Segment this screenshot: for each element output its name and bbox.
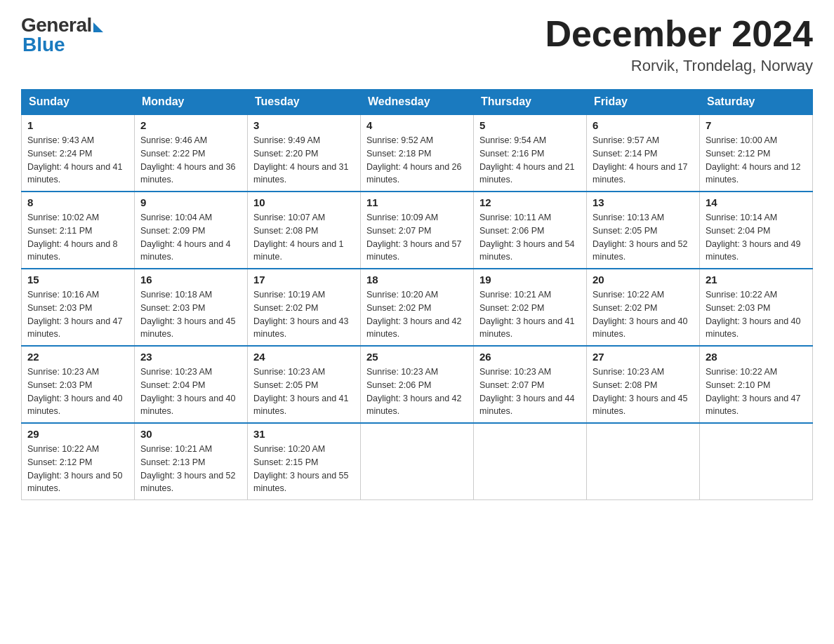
header-friday: Friday bbox=[587, 90, 700, 115]
day-number: 29 bbox=[27, 428, 128, 440]
day-info: Sunrise: 10:22 AM Sunset: 2:10 PM Daylig… bbox=[706, 365, 807, 418]
calendar-cell: 3 Sunrise: 9:49 AM Sunset: 2:20 PM Dayli… bbox=[248, 114, 361, 192]
sunrise-label: Sunrise: 10:22 AM bbox=[706, 367, 777, 377]
day-number: 1 bbox=[27, 119, 128, 131]
sunrise-label: Sunrise: 9:49 AM bbox=[253, 135, 320, 145]
sunset-label: Sunset: 2:03 PM bbox=[27, 380, 92, 390]
header-saturday: Saturday bbox=[700, 90, 813, 115]
calendar-cell: 4 Sunrise: 9:52 AM Sunset: 2:18 PM Dayli… bbox=[361, 114, 474, 192]
daylight-label: Daylight: 3 hours and 40 minutes. bbox=[593, 316, 688, 340]
sunset-label: Sunset: 2:06 PM bbox=[479, 226, 544, 236]
sunset-label: Sunset: 2:22 PM bbox=[140, 149, 205, 159]
day-info: Sunrise: 9:52 AM Sunset: 2:18 PM Dayligh… bbox=[366, 134, 468, 187]
sunset-label: Sunset: 2:12 PM bbox=[27, 457, 92, 467]
calendar-cell: 7 Sunrise: 10:00 AM Sunset: 2:12 PM Dayl… bbox=[700, 114, 813, 192]
header-monday: Monday bbox=[135, 90, 248, 115]
calendar-cell: 10 Sunrise: 10:07 AM Sunset: 2:08 PM Day… bbox=[248, 192, 361, 269]
day-info: Sunrise: 9:46 AM Sunset: 2:22 PM Dayligh… bbox=[140, 134, 241, 187]
calendar-cell bbox=[700, 423, 813, 500]
sunset-label: Sunset: 2:04 PM bbox=[706, 226, 770, 236]
daylight-label: Daylight: 4 hours and 21 minutes. bbox=[479, 162, 575, 185]
page-header: General Blue December 2024 Rorvik, Trond… bbox=[21, 14, 813, 75]
month-title: December 2024 bbox=[545, 14, 813, 54]
header-wednesday: Wednesday bbox=[361, 90, 474, 115]
header-thursday: Thursday bbox=[474, 90, 587, 115]
sunrise-label: Sunrise: 10:22 AM bbox=[706, 290, 777, 300]
daylight-label: Daylight: 3 hours and 40 minutes. bbox=[27, 394, 123, 417]
daylight-label: Daylight: 4 hours and 26 minutes. bbox=[366, 162, 462, 185]
day-info: Sunrise: 10:18 AM Sunset: 2:03 PM Daylig… bbox=[140, 288, 241, 341]
day-info: Sunrise: 10:23 AM Sunset: 2:06 PM Daylig… bbox=[366, 365, 468, 418]
day-number: 30 bbox=[140, 428, 241, 440]
daylight-label: Daylight: 4 hours and 4 minutes. bbox=[140, 239, 231, 262]
day-number: 20 bbox=[593, 274, 694, 286]
calendar-cell bbox=[361, 423, 474, 500]
day-info: Sunrise: 9:49 AM Sunset: 2:20 PM Dayligh… bbox=[253, 134, 355, 187]
day-info: Sunrise: 9:57 AM Sunset: 2:14 PM Dayligh… bbox=[593, 134, 694, 187]
week-row-5: 29 Sunrise: 10:22 AM Sunset: 2:12 PM Day… bbox=[22, 423, 813, 500]
day-number: 10 bbox=[253, 196, 355, 208]
sunrise-label: Sunrise: 9:43 AM bbox=[27, 135, 94, 145]
sunset-label: Sunset: 2:07 PM bbox=[479, 380, 544, 390]
daylight-label: Daylight: 3 hours and 41 minutes. bbox=[253, 394, 349, 417]
sunset-label: Sunset: 2:18 PM bbox=[366, 149, 431, 159]
daylight-label: Daylight: 3 hours and 40 minutes. bbox=[706, 316, 801, 340]
daylight-label: Daylight: 3 hours and 41 minutes. bbox=[479, 316, 575, 340]
sunset-label: Sunset: 2:02 PM bbox=[366, 303, 431, 313]
sunrise-label: Sunrise: 10:23 AM bbox=[27, 367, 99, 377]
day-number: 23 bbox=[140, 351, 241, 363]
day-number: 5 bbox=[479, 119, 581, 131]
day-info: Sunrise: 10:07 AM Sunset: 2:08 PM Daylig… bbox=[253, 211, 355, 264]
day-number: 14 bbox=[706, 196, 807, 208]
daylight-label: Daylight: 4 hours and 31 minutes. bbox=[253, 162, 349, 185]
calendar-cell: 23 Sunrise: 10:23 AM Sunset: 2:04 PM Day… bbox=[135, 346, 248, 423]
calendar-cell: 30 Sunrise: 10:21 AM Sunset: 2:13 PM Day… bbox=[135, 423, 248, 500]
calendar-cell: 18 Sunrise: 10:20 AM Sunset: 2:02 PM Day… bbox=[361, 269, 474, 346]
sunset-label: Sunset: 2:15 PM bbox=[253, 457, 318, 467]
calendar-cell: 31 Sunrise: 10:20 AM Sunset: 2:15 PM Day… bbox=[248, 423, 361, 500]
sunrise-label: Sunrise: 10:22 AM bbox=[27, 444, 99, 454]
sunrise-label: Sunrise: 10:00 AM bbox=[706, 135, 777, 145]
calendar-cell: 16 Sunrise: 10:18 AM Sunset: 2:03 PM Day… bbox=[135, 269, 248, 346]
title-section: December 2024 Rorvik, Trondelag, Norway bbox=[545, 14, 813, 75]
day-number: 31 bbox=[253, 428, 355, 440]
calendar-cell: 11 Sunrise: 10:09 AM Sunset: 2:07 PM Day… bbox=[361, 192, 474, 269]
sunset-label: Sunset: 2:07 PM bbox=[366, 226, 431, 236]
day-info: Sunrise: 10:23 AM Sunset: 2:04 PM Daylig… bbox=[140, 365, 241, 418]
calendar-cell: 26 Sunrise: 10:23 AM Sunset: 2:07 PM Day… bbox=[474, 346, 587, 423]
daylight-label: Daylight: 3 hours and 52 minutes. bbox=[593, 239, 688, 262]
calendar-cell: 6 Sunrise: 9:57 AM Sunset: 2:14 PM Dayli… bbox=[587, 114, 700, 192]
day-info: Sunrise: 10:23 AM Sunset: 2:08 PM Daylig… bbox=[593, 365, 694, 418]
calendar-cell: 28 Sunrise: 10:22 AM Sunset: 2:10 PM Day… bbox=[700, 346, 813, 423]
day-info: Sunrise: 10:00 AM Sunset: 2:12 PM Daylig… bbox=[706, 134, 807, 187]
daylight-label: Daylight: 3 hours and 40 minutes. bbox=[140, 394, 236, 417]
daylight-label: Daylight: 4 hours and 8 minutes. bbox=[27, 239, 118, 262]
logo: General Blue bbox=[21, 14, 103, 56]
calendar-cell bbox=[587, 423, 700, 500]
day-number: 22 bbox=[27, 351, 128, 363]
sunrise-label: Sunrise: 10:20 AM bbox=[366, 290, 438, 300]
sunset-label: Sunset: 2:09 PM bbox=[140, 226, 205, 236]
calendar-cell: 8 Sunrise: 10:02 AM Sunset: 2:11 PM Dayl… bbox=[22, 192, 135, 269]
calendar-cell: 13 Sunrise: 10:13 AM Sunset: 2:05 PM Day… bbox=[587, 192, 700, 269]
sunrise-label: Sunrise: 10:18 AM bbox=[140, 290, 212, 300]
sunset-label: Sunset: 2:02 PM bbox=[479, 303, 544, 313]
day-number: 6 bbox=[593, 119, 694, 131]
day-info: Sunrise: 10:19 AM Sunset: 2:02 PM Daylig… bbox=[253, 288, 355, 341]
calendar-cell: 21 Sunrise: 10:22 AM Sunset: 2:03 PM Day… bbox=[700, 269, 813, 346]
sunrise-label: Sunrise: 10:22 AM bbox=[593, 290, 664, 300]
day-number: 12 bbox=[479, 196, 581, 208]
week-row-4: 22 Sunrise: 10:23 AM Sunset: 2:03 PM Day… bbox=[22, 346, 813, 423]
calendar-cell bbox=[474, 423, 587, 500]
calendar-cell: 1 Sunrise: 9:43 AM Sunset: 2:24 PM Dayli… bbox=[22, 114, 135, 192]
sunset-label: Sunset: 2:11 PM bbox=[27, 226, 92, 236]
day-info: Sunrise: 9:54 AM Sunset: 2:16 PM Dayligh… bbox=[479, 134, 581, 187]
daylight-label: Daylight: 3 hours and 42 minutes. bbox=[366, 316, 462, 340]
week-row-2: 8 Sunrise: 10:02 AM Sunset: 2:11 PM Dayl… bbox=[22, 192, 813, 269]
sunrise-label: Sunrise: 10:23 AM bbox=[253, 367, 325, 377]
calendar-cell: 2 Sunrise: 9:46 AM Sunset: 2:22 PM Dayli… bbox=[135, 114, 248, 192]
sunrise-label: Sunrise: 9:46 AM bbox=[140, 135, 207, 145]
sunset-label: Sunset: 2:08 PM bbox=[253, 226, 318, 236]
day-number: 27 bbox=[593, 351, 694, 363]
calendar-table: SundayMondayTuesdayWednesdayThursdayFrid… bbox=[21, 89, 813, 500]
